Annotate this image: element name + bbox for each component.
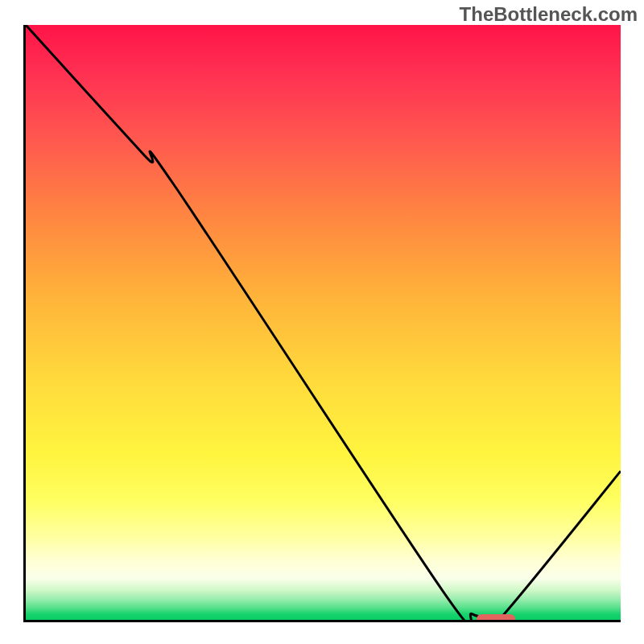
curve-svg bbox=[26, 25, 621, 620]
plot-area bbox=[23, 25, 621, 622]
watermark-text: TheBottleneck.com bbox=[460, 3, 638, 26]
curve-path bbox=[26, 25, 621, 620]
minimum-marker bbox=[477, 614, 515, 622]
chart-container: TheBottleneck.com bbox=[0, 0, 644, 644]
